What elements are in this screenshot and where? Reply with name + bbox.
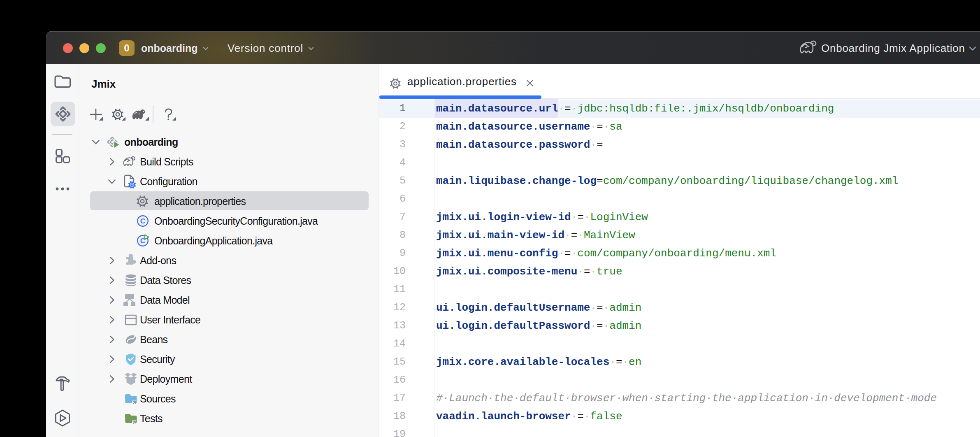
svg-text:C: C [140, 217, 145, 225]
